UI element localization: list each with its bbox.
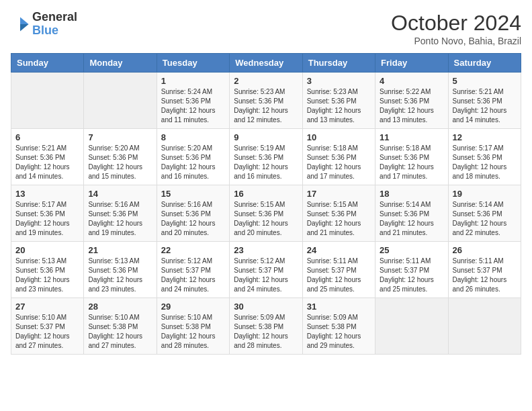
calendar-cell: 1Sunrise: 5:24 AM Sunset: 5:36 PM Daylig… bbox=[157, 73, 229, 129]
day-info: Sunrise: 5:15 AM Sunset: 5:36 PM Dayligh… bbox=[234, 200, 298, 238]
calendar-cell: 26Sunrise: 5:11 AM Sunset: 5:37 PM Dayli… bbox=[448, 242, 521, 298]
day-number: 3 bbox=[307, 76, 371, 86]
day-number: 2 bbox=[234, 76, 298, 86]
day-info: Sunrise: 5:21 AM Sunset: 5:36 PM Dayligh… bbox=[453, 87, 517, 125]
day-number: 7 bbox=[88, 132, 152, 142]
day-info: Sunrise: 5:10 AM Sunset: 5:38 PM Dayligh… bbox=[161, 313, 225, 351]
day-number: 16 bbox=[234, 189, 298, 199]
calendar-cell: 28Sunrise: 5:10 AM Sunset: 5:38 PM Dayli… bbox=[84, 298, 157, 355]
logo-text: General Blue bbox=[32, 11, 77, 38]
day-info: Sunrise: 5:14 AM Sunset: 5:36 PM Dayligh… bbox=[380, 200, 443, 238]
calendar-cell: 3Sunrise: 5:23 AM Sunset: 5:36 PM Daylig… bbox=[302, 73, 375, 129]
day-number: 19 bbox=[453, 189, 517, 199]
day-number: 30 bbox=[234, 302, 298, 312]
calendar-cell: 7Sunrise: 5:20 AM Sunset: 5:36 PM Daylig… bbox=[84, 129, 157, 185]
day-info: Sunrise: 5:12 AM Sunset: 5:37 PM Dayligh… bbox=[161, 257, 225, 294]
day-info: Sunrise: 5:14 AM Sunset: 5:36 PM Dayligh… bbox=[453, 200, 517, 238]
calendar-week-row: 6Sunrise: 5:21 AM Sunset: 5:36 PM Daylig… bbox=[11, 129, 521, 185]
calendar-week-row: 27Sunrise: 5:10 AM Sunset: 5:37 PM Dayli… bbox=[11, 298, 521, 355]
day-info: Sunrise: 5:12 AM Sunset: 5:37 PM Dayligh… bbox=[234, 257, 298, 294]
calendar-cell: 12Sunrise: 5:17 AM Sunset: 5:36 PM Dayli… bbox=[448, 129, 521, 185]
calendar-cell: 14Sunrise: 5:16 AM Sunset: 5:36 PM Dayli… bbox=[84, 185, 157, 242]
day-info: Sunrise: 5:19 AM Sunset: 5:36 PM Dayligh… bbox=[234, 144, 298, 181]
day-number: 12 bbox=[453, 132, 517, 142]
day-number: 5 bbox=[453, 76, 517, 86]
calendar-cell: 9Sunrise: 5:19 AM Sunset: 5:36 PM Daylig… bbox=[230, 129, 302, 185]
day-number: 23 bbox=[234, 245, 298, 255]
day-number: 25 bbox=[380, 245, 443, 255]
day-info: Sunrise: 5:18 AM Sunset: 5:36 PM Dayligh… bbox=[307, 144, 371, 181]
day-number: 24 bbox=[307, 245, 371, 255]
calendar-cell: 20Sunrise: 5:13 AM Sunset: 5:36 PM Dayli… bbox=[11, 242, 84, 298]
calendar-cell: 11Sunrise: 5:18 AM Sunset: 5:36 PM Dayli… bbox=[375, 129, 448, 185]
day-number: 28 bbox=[88, 302, 152, 312]
calendar-cell bbox=[84, 73, 157, 129]
day-info: Sunrise: 5:23 AM Sunset: 5:36 PM Dayligh… bbox=[234, 87, 298, 125]
day-number: 13 bbox=[15, 189, 79, 199]
header-day-wednesday: Wednesday bbox=[230, 54, 302, 73]
day-number: 27 bbox=[15, 302, 79, 312]
logo-icon bbox=[11, 15, 30, 34]
day-number: 22 bbox=[161, 245, 225, 255]
day-number: 14 bbox=[88, 189, 152, 199]
calendar-cell: 22Sunrise: 5:12 AM Sunset: 5:37 PM Dayli… bbox=[157, 242, 229, 298]
header-day-monday: Monday bbox=[84, 54, 157, 73]
calendar-cell bbox=[375, 298, 448, 355]
calendar-cell: 23Sunrise: 5:12 AM Sunset: 5:37 PM Dayli… bbox=[230, 242, 302, 298]
logo-blue-text: Blue bbox=[32, 24, 77, 38]
day-info: Sunrise: 5:18 AM Sunset: 5:36 PM Dayligh… bbox=[380, 144, 443, 181]
calendar-cell: 18Sunrise: 5:14 AM Sunset: 5:36 PM Dayli… bbox=[375, 185, 448, 242]
title-area: October 2024 Ponto Novo, Bahia, Brazil bbox=[391, 11, 521, 46]
day-number: 4 bbox=[380, 76, 443, 86]
calendar-cell: 16Sunrise: 5:15 AM Sunset: 5:36 PM Dayli… bbox=[230, 185, 302, 242]
day-info: Sunrise: 5:22 AM Sunset: 5:36 PM Dayligh… bbox=[380, 87, 443, 125]
day-number: 15 bbox=[161, 189, 225, 199]
header-day-sunday: Sunday bbox=[11, 54, 84, 73]
day-info: Sunrise: 5:11 AM Sunset: 5:37 PM Dayligh… bbox=[380, 257, 443, 294]
day-number: 10 bbox=[307, 132, 371, 142]
day-info: Sunrise: 5:09 AM Sunset: 5:38 PM Dayligh… bbox=[307, 313, 371, 351]
calendar-table: SundayMondayTuesdayWednesdayThursdayFrid… bbox=[11, 53, 521, 355]
day-number: 29 bbox=[161, 302, 225, 312]
svg-marker-1 bbox=[20, 24, 29, 32]
day-info: Sunrise: 5:15 AM Sunset: 5:36 PM Dayligh… bbox=[307, 200, 371, 238]
calendar-cell: 4Sunrise: 5:22 AM Sunset: 5:36 PM Daylig… bbox=[375, 73, 448, 129]
calendar-week-row: 20Sunrise: 5:13 AM Sunset: 5:36 PM Dayli… bbox=[11, 242, 521, 298]
calendar-cell: 2Sunrise: 5:23 AM Sunset: 5:36 PM Daylig… bbox=[230, 73, 302, 129]
day-info: Sunrise: 5:23 AM Sunset: 5:36 PM Dayligh… bbox=[307, 87, 371, 125]
calendar-cell: 27Sunrise: 5:10 AM Sunset: 5:37 PM Dayli… bbox=[11, 298, 84, 355]
calendar-cell: 24Sunrise: 5:11 AM Sunset: 5:37 PM Dayli… bbox=[302, 242, 375, 298]
calendar-cell: 29Sunrise: 5:10 AM Sunset: 5:38 PM Dayli… bbox=[157, 298, 229, 355]
logo-general-text: General bbox=[32, 11, 77, 24]
page-title: October 2024 bbox=[391, 11, 521, 36]
day-info: Sunrise: 5:16 AM Sunset: 5:36 PM Dayligh… bbox=[88, 200, 152, 238]
calendar-cell: 10Sunrise: 5:18 AM Sunset: 5:36 PM Dayli… bbox=[302, 129, 375, 185]
day-number: 18 bbox=[380, 189, 443, 199]
header-day-saturday: Saturday bbox=[448, 54, 521, 73]
calendar-week-row: 13Sunrise: 5:17 AM Sunset: 5:36 PM Dayli… bbox=[11, 185, 521, 242]
day-info: Sunrise: 5:10 AM Sunset: 5:37 PM Dayligh… bbox=[15, 313, 79, 351]
calendar-cell bbox=[448, 298, 521, 355]
calendar-cell: 17Sunrise: 5:15 AM Sunset: 5:36 PM Dayli… bbox=[302, 185, 375, 242]
day-info: Sunrise: 5:13 AM Sunset: 5:36 PM Dayligh… bbox=[88, 257, 152, 294]
day-number: 11 bbox=[380, 132, 443, 142]
calendar-week-row: 1Sunrise: 5:24 AM Sunset: 5:36 PM Daylig… bbox=[11, 73, 521, 129]
day-info: Sunrise: 5:09 AM Sunset: 5:38 PM Dayligh… bbox=[234, 313, 298, 351]
day-number: 20 bbox=[15, 245, 79, 255]
day-info: Sunrise: 5:24 AM Sunset: 5:36 PM Dayligh… bbox=[161, 87, 225, 125]
svg-marker-0 bbox=[20, 17, 29, 24]
header-day-tuesday: Tuesday bbox=[157, 54, 229, 73]
calendar-cell: 8Sunrise: 5:20 AM Sunset: 5:36 PM Daylig… bbox=[157, 129, 229, 185]
header-day-thursday: Thursday bbox=[302, 54, 375, 73]
header-day-friday: Friday bbox=[375, 54, 448, 73]
day-info: Sunrise: 5:21 AM Sunset: 5:36 PM Dayligh… bbox=[15, 144, 79, 181]
calendar-cell: 19Sunrise: 5:14 AM Sunset: 5:36 PM Dayli… bbox=[448, 185, 521, 242]
day-number: 1 bbox=[161, 76, 225, 86]
day-number: 21 bbox=[88, 245, 152, 255]
day-number: 6 bbox=[15, 132, 79, 142]
calendar-cell: 31Sunrise: 5:09 AM Sunset: 5:38 PM Dayli… bbox=[302, 298, 375, 355]
day-number: 9 bbox=[234, 132, 298, 142]
calendar-cell: 6Sunrise: 5:21 AM Sunset: 5:36 PM Daylig… bbox=[11, 129, 84, 185]
day-info: Sunrise: 5:16 AM Sunset: 5:36 PM Dayligh… bbox=[161, 200, 225, 238]
calendar-cell: 21Sunrise: 5:13 AM Sunset: 5:36 PM Dayli… bbox=[84, 242, 157, 298]
